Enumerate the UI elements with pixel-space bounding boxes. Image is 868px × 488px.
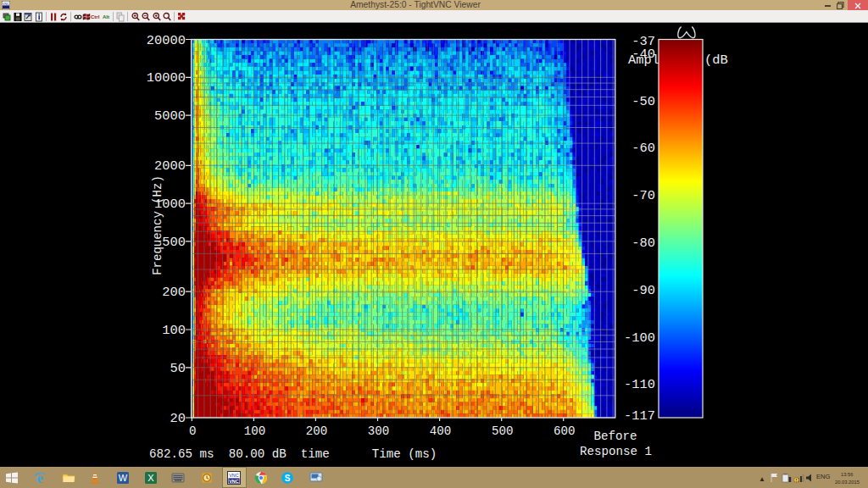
- svg-text:-110: -110: [624, 377, 655, 392]
- svg-text:-60: -60: [632, 141, 655, 156]
- svg-text:(dB: (dB: [704, 53, 728, 68]
- svg-text:-80: -80: [632, 236, 655, 251]
- svg-text:-70: -70: [632, 188, 655, 203]
- svg-text:20000: 20000: [147, 33, 186, 48]
- svg-text:-90: -90: [632, 283, 655, 298]
- svg-text:200: 200: [306, 424, 328, 438]
- svg-text:-117: -117: [624, 408, 655, 424]
- svg-text:Frequency (Hz): Frequency (Hz): [151, 175, 164, 275]
- svg-text:100: 100: [244, 424, 266, 438]
- svg-text:200: 200: [162, 285, 186, 300]
- svg-text:10000: 10000: [147, 70, 186, 86]
- svg-text:20: 20: [170, 411, 186, 426]
- svg-text:0: 0: [189, 424, 197, 438]
- svg-text:S: S: [285, 474, 291, 483]
- svg-text:682.65 ms 80.00 dB time: 682.65 ms 80.00 dB time: [149, 447, 330, 461]
- svg-text:400: 400: [430, 424, 452, 438]
- svg-text:X: X: [147, 473, 154, 483]
- svg-text:VNC: VNC: [229, 479, 239, 484]
- svg-text:Response 1: Response 1: [580, 445, 652, 458]
- svg-text:2000: 2000: [154, 158, 186, 174]
- svg-text:500: 500: [162, 235, 186, 250]
- svg-text:5000: 5000: [154, 108, 186, 124]
- svg-text:-100: -100: [624, 330, 655, 346]
- svg-text:-40: -40: [632, 47, 655, 62]
- svg-text:VNC: VNC: [229, 473, 239, 478]
- svg-text:-50: -50: [632, 94, 655, 109]
- svg-text:300: 300: [368, 424, 390, 438]
- svg-text:W: W: [119, 473, 128, 483]
- svg-text:600: 600: [554, 424, 576, 438]
- svg-text:Time (ms): Time (ms): [372, 447, 437, 461]
- svg-text:100: 100: [162, 323, 186, 338]
- svg-text:Before: Before: [593, 430, 637, 443]
- svg-text:500: 500: [492, 424, 514, 438]
- svg-text:50: 50: [170, 361, 186, 376]
